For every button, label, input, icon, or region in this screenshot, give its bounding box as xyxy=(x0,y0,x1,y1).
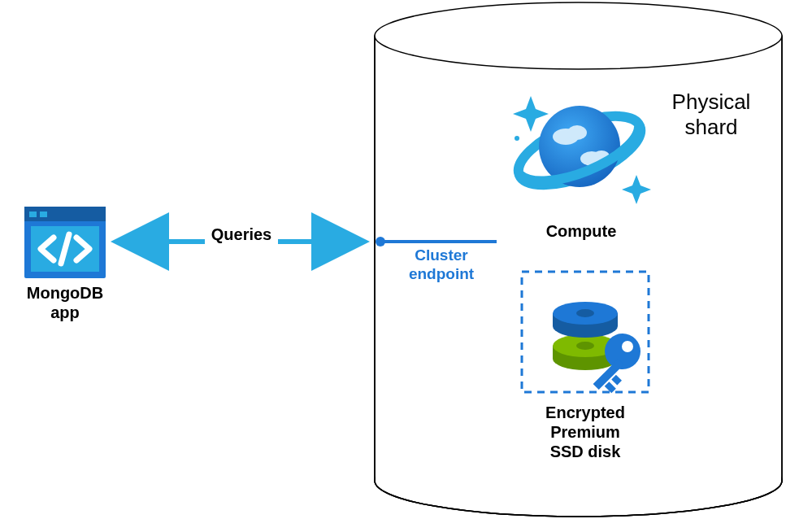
encrypted-disk-icon xyxy=(520,270,650,396)
svg-point-32 xyxy=(576,309,594,317)
svg-point-21 xyxy=(567,125,587,140)
compute-icon xyxy=(502,81,665,220)
encrypted-disk-label: Encrypted Premium SSD disk xyxy=(520,403,650,461)
cluster-endpoint-label: Cluster endpoint xyxy=(389,246,494,284)
svg-point-34 xyxy=(622,341,633,352)
svg-rect-37 xyxy=(611,375,622,386)
physical-shard-title: Physical shard xyxy=(654,89,768,140)
svg-point-17 xyxy=(515,136,519,141)
svg-point-28 xyxy=(576,342,594,350)
compute-label: Compute xyxy=(528,221,634,241)
diagram-canvas: MongoDB app Queries Cluster endpoint Phy… xyxy=(0,0,812,519)
